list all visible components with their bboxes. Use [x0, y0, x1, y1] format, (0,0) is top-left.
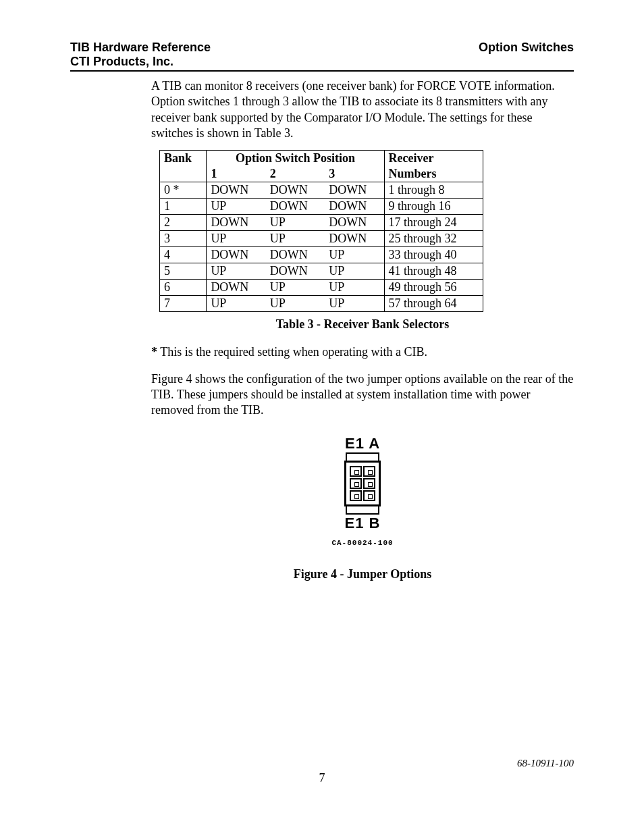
table-row: 6 DOWN UP UP 49 through 56	[160, 279, 483, 295]
table-row: 1 UP DOWN DOWN 9 through 16	[160, 198, 483, 214]
subcol-numbers: Numbers	[384, 166, 483, 182]
footnote-star: *	[151, 345, 157, 359]
body-block: A TIB can monitor 8 receivers (one recei…	[151, 78, 574, 581]
table-row: 3 UP UP DOWN 25 through 32	[160, 230, 483, 246]
table-row: 4 DOWN DOWN UP 33 through 40	[160, 246, 483, 263]
table-row: 0 * DOWN DOWN DOWN 1 through 8	[160, 182, 483, 198]
jumper-label-top: E1 A	[331, 435, 393, 452]
figure-4: E1 A E1 B CA-80024-100 Figure 4 - Jumper…	[151, 435, 574, 581]
jumper-diagram	[339, 452, 386, 515]
footnote-text: This is the required setting when operat…	[157, 345, 427, 359]
page-number: 7	[0, 771, 644, 785]
doc-number: 68-10911-100	[517, 758, 574, 769]
bank-table: Bank Option Switch Position Receiver 1 2…	[159, 150, 483, 312]
footnote: * This is the required setting when oper…	[151, 345, 574, 359]
jumper-pin-icon	[350, 466, 362, 477]
header-right-1: Option Switches	[479, 41, 574, 55]
table-caption: Table 3 - Receiver Bank Selectors	[151, 317, 574, 332]
jumper-label-bottom: E1 B	[331, 515, 393, 532]
header-row: TIB Hardware Reference Option Switches	[70, 41, 574, 55]
col-bank: Bank	[160, 150, 207, 166]
header-rule	[70, 70, 574, 72]
jumper-pin-icon	[363, 466, 375, 477]
subcol-2: 2	[266, 166, 325, 182]
subcol-1: 1	[207, 166, 266, 182]
header-left-2: CTI Products, Inc.	[70, 55, 574, 69]
header-left-1: TIB Hardware Reference	[70, 41, 211, 55]
jumper-pin-icon	[350, 490, 362, 501]
paragraph-2: Figure 4 shows the configuration of the …	[151, 371, 574, 419]
figure-partno: CA-80024-100	[331, 539, 393, 547]
paragraph-1: A TIB can monitor 8 receivers (one recei…	[151, 78, 574, 142]
col-receiver: Receiver	[384, 150, 483, 166]
jumper-pin-icon	[363, 478, 375, 489]
jumper-pin-icon	[363, 490, 375, 501]
col-switch: Option Switch Position	[207, 150, 384, 166]
subcol-3: 3	[325, 166, 384, 182]
page: TIB Hardware Reference Option Switches C…	[0, 0, 644, 834]
jumper-pin-icon	[350, 478, 362, 489]
table-row: 5 UP DOWN UP 41 through 48	[160, 263, 483, 279]
table-row: 7 UP UP UP 57 through 64	[160, 295, 483, 311]
figure-caption: Figure 4 - Jumper Options	[151, 567, 574, 581]
table-row: 2 DOWN UP DOWN 17 through 24	[160, 214, 483, 230]
